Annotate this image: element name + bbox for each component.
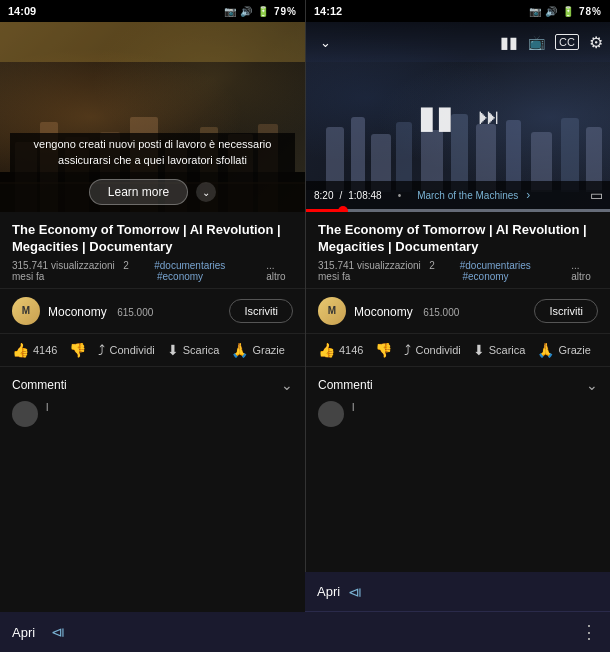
left-meta-text: 315.741 visualizzazioni 2 mesi fa [12,260,150,282]
right-progress-area: 8:20 / 1:08:48 • March of the Machines ›… [306,181,610,212]
right-time-total: 1:08:48 [348,190,381,201]
right-share-button[interactable]: ⤴ Condividi [404,342,460,358]
left-ceiling [0,22,305,62]
right-comment-row: l [318,401,598,427]
left-channel-info: Moconomy 615.000 [48,302,153,320]
right-download-button[interactable]: ⬇ Scarica [473,342,526,358]
right-like-count: 4146 [339,344,363,356]
left-download-button[interactable]: ⬇ Scarica [167,342,220,358]
right-thanks-icon: 🙏 [537,342,554,358]
left-time: 14:09 [8,5,36,17]
left-like-count: 4146 [33,344,57,356]
right-progress-thumb[interactable] [338,206,348,213]
right-open-external-icon[interactable]: ⧏ [348,584,362,600]
right-time-bar: 8:20 / 1:08:48 • March of the Machines ›… [306,181,610,209]
right-action-row: 👍 4146 👎 ⤴ Condividi ⬇ Scarica 🙏 Grazie [306,334,610,367]
right-hashtags: #documentaries #economy [460,260,568,282]
right-dislike-button[interactable]: 👎 [375,342,392,358]
right-status-bar: 14:12 📷 🔊 🔋 78% [306,0,610,22]
right-channel-info: Moconomy 615.000 [354,302,459,320]
left-channel-name: Moconomy [48,305,107,319]
right-play-center: ▮▮ ⏭ [418,98,500,136]
left-channel-avatar[interactable]: M [12,297,40,325]
left-dislike-button[interactable]: 👎 [69,342,86,358]
left-video-title: The Economy of Tomorrow | AI Revolution … [12,222,293,256]
right-thanks-button[interactable]: 🙏 Grazie [537,342,590,358]
right-comments-label: Commenti [318,378,373,392]
left-download-label: Scarica [183,344,220,356]
left-comment-row: l [12,401,293,427]
left-title-section: The Economy of Tomorrow | AI Revolution … [0,212,305,289]
right-apri-text[interactable]: Apri [317,584,340,599]
right-comment-avatar [318,401,344,427]
right-meta-more[interactable]: ... altro [571,260,598,282]
right-video-area[interactable]: ⌄ ▮▮ 📺 CC ⚙ ▮▮ ⏭ 8:20 / 1:08:48 • [306,22,610,212]
left-video-area[interactable]: vengono creati nuovi posti di lavoro è n… [0,22,305,212]
right-skip-next-icon[interactable]: ⏭ [478,104,500,130]
right-comments-section: Commenti ⌄ l [306,367,610,437]
right-three-dots-icon[interactable]: ⋮ [580,621,598,643]
right-dropdown-icon[interactable]: ⌄ [320,35,331,50]
left-comments-section: Commenti ⌄ l [0,367,305,437]
left-channel-subs: 615.000 [117,307,153,318]
share-icon: ⤴ [98,342,105,358]
chevron-down-icon[interactable]: ⌄ [196,182,216,202]
left-hashtags: #documentaries #economy [154,260,262,282]
right-expand-icon[interactable]: ▭ [590,187,603,203]
right-cast-icon[interactable]: 📺 [528,34,545,50]
right-title-link-chevron: › [526,188,530,202]
left-action-row: 👍 4146 👎 ⤴ Condividi ⬇ Scarica 🙏 Grazie [0,334,305,367]
left-status-bar: 14:09 📷 🔊 🔋 79% [0,0,305,22]
left-apri-text[interactable]: Apri [12,625,35,640]
right-bottom-bar-bottom: ⋮ [305,612,610,652]
left-subscribe-button[interactable]: Iscriviti [229,299,293,323]
thumbs-down-icon: 👎 [69,342,86,358]
right-like-button[interactable]: 👍 4146 [318,342,363,358]
left-thanks-label: Grazie [252,344,284,356]
left-learn-more-bar: Learn more ⌄ [0,172,305,212]
right-comments-chevron[interactable]: ⌄ [586,377,598,393]
right-thanks-label: Grazie [558,344,590,356]
left-bottom-bar: Apri ⧏ [0,612,305,652]
right-comment-text: l [352,401,354,413]
learn-more-button[interactable]: Learn more [89,179,188,205]
left-open-external-icon[interactable]: ⧏ [51,624,65,640]
right-time: 14:12 [314,5,342,17]
right-title-link[interactable]: March of the Machines [417,190,518,201]
right-download-icon: ⬇ [473,342,485,358]
left-video-meta: 315.741 visualizzazioni 2 mesi fa #docum… [12,260,293,282]
right-channel-avatar[interactable]: M [318,297,346,325]
left-share-label: Condividi [109,344,154,356]
right-panel: 14:12 📷 🔊 🔋 78% [305,0,610,652]
right-bottom-bar: Apri ⧏ ⋮ [305,572,610,652]
thumbs-up-icon: 👍 [12,342,29,358]
right-play-pause-icon[interactable]: ▮▮ [418,98,454,136]
right-share-label: Condividi [415,344,460,356]
right-download-label: Scarica [489,344,526,356]
right-channel-subs: 615.000 [423,307,459,318]
left-subtitle: vengono creati nuovi posti di lavoro è n… [10,133,295,172]
left-thanks-button[interactable]: 🙏 Grazie [231,342,284,358]
left-like-button[interactable]: 👍 4146 [12,342,57,358]
left-comments-chevron[interactable]: ⌄ [281,377,293,393]
right-subscribe-button[interactable]: Iscriviti [534,299,598,323]
left-comment-avatar [12,401,38,427]
right-bottom-bar-top: Apri ⧏ [305,572,610,612]
right-pause-icon[interactable]: ▮▮ [500,33,518,52]
right-video-controls-top: ⌄ ▮▮ 📺 CC ⚙ [306,22,610,62]
right-channel-name: Moconomy [354,305,413,319]
right-video-meta: 315.741 visualizzazioni 2 mesi fa #docum… [318,260,598,282]
right-thumbs-down-icon: 👎 [375,342,392,358]
left-meta-more[interactable]: ... altro [266,260,293,282]
right-channel-row: M Moconomy 615.000 Iscriviti [306,289,610,334]
right-status-icons: 📷 🔊 🔋 78% [529,6,602,17]
right-cc-icon[interactable]: CC [555,34,579,50]
right-settings-icon[interactable]: ⚙ [589,33,603,52]
left-share-button[interactable]: ⤴ Condividi [98,342,154,358]
right-comments-header: Commenti ⌄ [318,377,598,393]
right-share-icon: ⤴ [404,342,411,358]
right-title-section: The Economy of Tomorrow | AI Revolution … [306,212,610,289]
right-progress-bar[interactable] [306,209,610,212]
left-status-icons: 📷 🔊 🔋 79% [224,6,297,17]
left-channel-row: M Moconomy 615.000 Iscriviti [0,289,305,334]
